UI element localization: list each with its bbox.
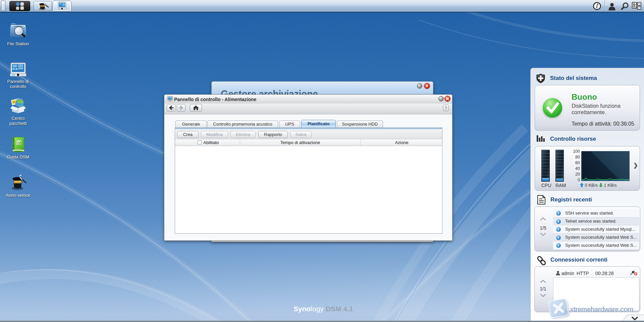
svg-text:?: ? bbox=[17, 140, 20, 145]
